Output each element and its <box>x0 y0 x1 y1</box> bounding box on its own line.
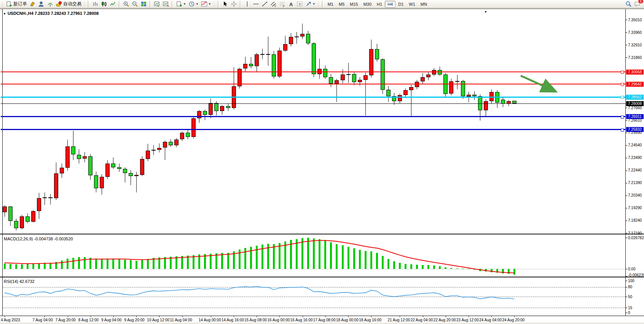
bid-price-label: 7.28008 <box>626 101 644 106</box>
main-toolbar: 新订单自动交易▼▼▼EFAT▼M1M5M15M30H1H4D1W1MN1 <box>0 0 644 8</box>
mt4-window: 新订单自动交易▼▼▼EFAT▼M1M5M15M30H1H4D1W1MN1 ▼US… <box>0 0 644 324</box>
text-label-button[interactable]: T <box>295 0 304 8</box>
svg-text:A: A <box>289 2 293 7</box>
candlestick-chart-button[interactable] <box>100 0 108 8</box>
toolbar-separator <box>88 1 89 8</box>
fibonacci-button-icon: F <box>279 1 285 7</box>
hline-price-label: 7.29642 <box>626 82 644 87</box>
panel-separator[interactable] <box>0 233 644 234</box>
period-button-caret-icon[interactable]: ▼ <box>196 2 199 6</box>
toolbar-separator <box>322 1 324 8</box>
toolbar-drag-handle[interactable] <box>214 1 215 7</box>
channel-button[interactable]: E <box>269 0 278 8</box>
period-button[interactable]: ▼ <box>187 0 200 8</box>
bar-chart-button-icon <box>92 1 99 7</box>
bar-chart-button[interactable] <box>91 0 100 8</box>
zoom-in-button[interactable] <box>122 0 131 8</box>
rsi-label: RSI(14) 42.6732 <box>4 279 35 284</box>
svg-text:F: F <box>283 5 284 8</box>
toolbar-drag-handle[interactable] <box>2 1 3 7</box>
cascade-button[interactable] <box>161 0 170 8</box>
zoom-out-button[interactable] <box>131 0 139 8</box>
toolbar-separator <box>240 1 241 8</box>
trendline-button-icon <box>261 1 268 7</box>
tile-windows-button-icon <box>140 1 147 7</box>
profile-button[interactable] <box>37 0 46 8</box>
timeframe-button-m30[interactable]: M30 <box>361 1 374 8</box>
auto-arrange-button[interactable] <box>153 0 161 8</box>
timeframe-button-m5[interactable]: M5 <box>336 1 347 8</box>
panel-separator[interactable] <box>0 234 644 235</box>
arrows-button[interactable]: ▼ <box>304 0 317 8</box>
vertical-line-button[interactable] <box>243 0 252 8</box>
toolbar-separator <box>150 1 151 8</box>
horizontal-line-button-icon <box>253 1 259 7</box>
toolbar-separator <box>119 1 120 8</box>
new-chart-icon <box>176 1 182 7</box>
arrows-button-icon <box>305 1 312 7</box>
toolbar-separator <box>172 1 173 8</box>
autotrading-button-icon <box>56 1 62 7</box>
crosshair-button[interactable] <box>230 0 238 8</box>
cascade-button-icon <box>163 1 169 7</box>
timeframe-button-mn[interactable]: MN <box>418 1 430 8</box>
hline-anchor[interactable] <box>621 71 624 74</box>
status-bar <box>0 322 644 324</box>
time-axis-line[interactable] <box>0 316 644 316</box>
signal-button[interactable] <box>46 0 54 8</box>
hline-price-label: 7.26911 <box>626 114 644 119</box>
svg-text:E: E <box>274 5 276 7</box>
autotrading-button[interactable]: 自动交易 <box>54 0 83 8</box>
indicators-button-caret-icon[interactable]: ▼ <box>208 2 211 6</box>
hline-price-label: 7.30658 <box>626 70 644 75</box>
notification-badge: 1 <box>638 0 644 4</box>
timeframe-button-w1[interactable]: W1 <box>406 1 418 8</box>
line-chart-button[interactable] <box>108 0 117 8</box>
profile-button-icon <box>38 1 45 7</box>
timeframe-button-m1[interactable]: M1 <box>325 1 336 8</box>
hline-anchor[interactable] <box>621 83 624 86</box>
new-order-button[interactable]: 新订单 <box>5 0 28 8</box>
new-chart-button[interactable]: ▼ <box>175 0 187 8</box>
indicators-button[interactable]: ▼ <box>200 0 212 8</box>
trendline-button[interactable] <box>260 0 269 8</box>
text-button[interactable]: A <box>287 0 295 8</box>
cursor-button[interactable] <box>221 0 230 8</box>
auto-arrange-button-icon <box>154 1 160 7</box>
svg-text:T: T <box>299 3 301 6</box>
autotrading-button-label: 自动交易 <box>63 1 81 7</box>
panel-separator[interactable] <box>0 277 644 278</box>
cursor-button-icon <box>222 1 228 7</box>
search-button[interactable] <box>624 0 633 8</box>
toolbar-drag-handle[interactable] <box>318 1 319 7</box>
candlestick-chart-button-icon <box>101 1 107 7</box>
tile-windows-button[interactable] <box>139 0 148 8</box>
horizontal-line-button[interactable] <box>252 0 260 8</box>
text-label-button-icon: T <box>296 1 303 7</box>
arrows-button-caret-icon[interactable]: ▼ <box>312 2 316 6</box>
hline-anchor[interactable] <box>621 96 624 99</box>
line-chart-button-icon <box>110 1 116 7</box>
toolbar-drag-handle[interactable] <box>84 1 85 7</box>
chat-button[interactable]: 1 <box>633 0 642 8</box>
styler-button-icon <box>29 1 36 7</box>
rsi-line <box>0 9 644 322</box>
new-order-button-label: 新订单 <box>13 1 27 7</box>
indicators-button-icon <box>201 1 207 7</box>
hline-price-label: 7.28562 <box>626 95 644 100</box>
fibonacci-button[interactable]: F <box>278 0 287 8</box>
hline-anchor[interactable] <box>621 116 624 119</box>
timeframe-button-h1[interactable]: H1 <box>374 1 385 8</box>
panel-separator[interactable] <box>0 276 644 277</box>
timeframe-button-h4[interactable]: H4 <box>385 1 395 8</box>
new-chart-button-caret-icon[interactable]: ▼ <box>183 2 186 6</box>
timeframe-button-d1[interactable]: D1 <box>395 1 406 8</box>
hline-price-label: 7.25832 <box>626 127 644 132</box>
crosshair-button-icon <box>231 1 237 7</box>
hline-anchor[interactable] <box>621 129 624 132</box>
timeframe-button-m15[interactable]: M15 <box>347 1 360 8</box>
styler-button[interactable] <box>28 0 37 8</box>
chart-window[interactable]: ▼USDCNH-,H4 7.28233 7.28243 7.27961 7.28… <box>0 9 644 322</box>
vertical-line-button-icon <box>244 1 250 7</box>
period-button-icon <box>188 1 195 7</box>
